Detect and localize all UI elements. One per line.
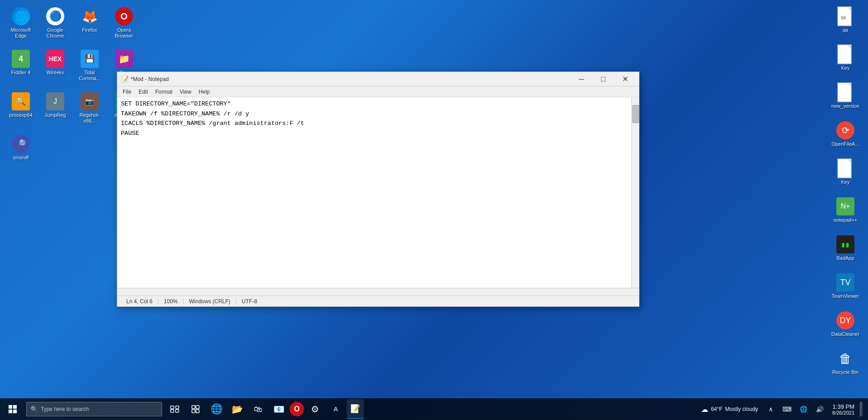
svg-rect-10 [13, 405, 17, 409]
notepad-statusbar: Ln 4, Col 6 100% Windows (CRLF) UTF-8 [117, 296, 639, 306]
taskbar-language[interactable]: A [326, 399, 346, 419]
menu-view[interactable]: View [176, 88, 195, 96]
desktop-icon-fiddler[interactable]: 4 Fiddler 4 [5, 47, 37, 88]
svg-rect-14 [176, 406, 179, 409]
taskbar-store[interactable]: 🛍 [248, 399, 268, 419]
status-position: Ln 4, Col 6 [121, 298, 158, 305]
code-line-1: SET DIRECTORY_NAME="DIRECTORY" [121, 99, 635, 109]
notepad-app-icon: 📝 [121, 76, 128, 83]
start-button[interactable] [2, 398, 24, 420]
desktop-icon-procexp[interactable]: 🔍 procexp64 [5, 90, 37, 130]
taskbar-task-view[interactable] [165, 399, 185, 419]
svg-rect-7 [838, 159, 851, 178]
show-desktop-button[interactable] [860, 402, 863, 416]
desktop-icon-jumpreg[interactable]: J JumpReg [39, 90, 72, 130]
vertical-scrollbar[interactable] [631, 97, 639, 288]
desktop: 🌐 Microsoft Edge 🔵 Google Chrome 🦊 Firef… [0, 0, 868, 398]
svg-rect-19 [192, 410, 195, 413]
tray-volume[interactable]: 🔊 [812, 402, 827, 416]
taskbar-notepad[interactable]: 📝 [347, 399, 364, 419]
menu-edit[interactable]: Edit [135, 88, 152, 96]
svg-rect-18 [196, 406, 199, 409]
notepad-titlebar: 📝 *Mod - Notepad ─ □ ✕ [117, 72, 639, 86]
desktop-icon-firefox[interactable]: 🦊 Firefox [73, 5, 106, 45]
close-button[interactable]: ✕ [615, 72, 635, 86]
weather-condition: Mostly cloudy [725, 406, 758, 412]
code-line-2: TAKEOWN /f %DIRECTORY_NAME% /r /d y [121, 109, 635, 119]
weather-widget[interactable]: ☁ 64°F Mostly cloudy [697, 405, 762, 414]
taskbar-edge[interactable]: 🌐 [206, 399, 226, 419]
desktop-icon-smsniff[interactable]: 🔎 smsniff [5, 132, 37, 173]
svg-rect-16 [176, 410, 179, 412]
search-placeholder: Type here to search [41, 406, 89, 412]
notepad-title: *Mod - Notepad [131, 76, 571, 82]
desktop-icon-opera[interactable]: O Opera Browser [108, 5, 140, 45]
titlebar-buttons: ─ □ ✕ [571, 72, 635, 86]
menu-format[interactable]: Format [152, 88, 176, 96]
taskbar-icons: 🌐 📂 🛍 📧 O ⚙ A [165, 399, 346, 419]
notepad-text[interactable]: SET DIRECTORY_NAME="DIRECTORY" TAKEOWN /… [117, 97, 639, 288]
status-line-endings: Windows (CRLF) [184, 298, 236, 305]
desktop-icon-chrome[interactable]: 🔵 Google Chrome [39, 5, 72, 45]
status-encoding: UTF-8 [236, 298, 262, 305]
notepad-taskbar-icon: 📝 [350, 404, 360, 414]
desktop-icon-openfile[interactable]: ⟳ OpenFileA... [827, 119, 863, 155]
taskbar: 🔍 Type here to search 🌐 📂 🛍 📧 O ⚙ [0, 398, 868, 420]
svg-rect-17 [192, 406, 195, 409]
maximize-button[interactable]: □ [593, 72, 614, 86]
svg-rect-13 [171, 406, 174, 409]
taskbar-opera[interactable]: O [290, 402, 304, 416]
desktop-icon-winhex[interactable]: HEX WinHex [39, 47, 72, 88]
svg-rect-12 [13, 410, 17, 413]
taskbar-settings[interactable]: ⚙ [305, 399, 325, 419]
notepad-menubar: File Edit Format View Help [117, 86, 639, 97]
clock-time: 1:39 PM [833, 403, 854, 410]
tray-chevron[interactable]: ∧ [763, 402, 778, 416]
clock[interactable]: 1:39 PM 8/26/2021 [829, 403, 858, 415]
svg-rect-9 [9, 405, 12, 409]
search-icon: 🔍 [30, 406, 38, 413]
menu-file[interactable]: File [119, 88, 135, 96]
taskbar-file-explorer[interactable]: 📂 [227, 399, 247, 419]
svg-rect-3 [838, 45, 851, 64]
weather-icon: ☁ [701, 405, 708, 414]
notepad-window: 📝 *Mod - Notepad ─ □ ✕ File Edit Format … [117, 72, 639, 307]
search-bar[interactable]: 🔍 Type here to search [26, 402, 162, 416]
clock-date: 8/26/2021 [832, 410, 854, 415]
code-line-3: ICACLS %DIRECTORY_NAME% /grant administr… [121, 119, 635, 129]
minimize-button[interactable]: ─ [571, 72, 592, 86]
desktop-icon-key1[interactable]: Key [827, 43, 863, 79]
desktop-icon-datacleaner[interactable]: DY DataCleaner [827, 309, 863, 345]
desktop-icon-edge[interactable]: 🌐 Microsoft Edge [5, 5, 37, 45]
notepad-body: SET DIRECTORY_NAME="DIRECTORY" TAKEOWN /… [117, 97, 639, 288]
desktop-icons-right: qa qa Key new_version ⟳ OpenFileA... [827, 5, 863, 383]
horizontal-scrollbar[interactable] [117, 288, 639, 296]
code-line-4: PAUSE [121, 129, 635, 138]
tray-keyboard[interactable]: ⌨ [780, 402, 794, 416]
desktop-icon-badapp[interactable]: ▮▮ BadApp [827, 233, 863, 269]
taskbar-mail[interactable]: 📧 [269, 399, 289, 419]
desktop-icon-total-commander[interactable]: 💾 Total Comma... [73, 47, 106, 88]
desktop-icon-new-version[interactable]: new_version [827, 81, 863, 117]
desktop-icon-qa[interactable]: qa qa [827, 5, 863, 41]
desktop-icon-recycle-bin[interactable]: 🗑 Recycle Bin [827, 347, 863, 383]
desktop-icon-key2[interactable]: Key [827, 157, 863, 193]
svg-text:qa: qa [841, 15, 846, 20]
tray-network[interactable]: 🌐 [796, 402, 811, 416]
svg-rect-11 [9, 410, 12, 413]
desktop-icon-teamviewer[interactable]: TV TeamViewer [827, 271, 863, 307]
system-tray: ☁ 64°F Mostly cloudy ∧ ⌨ 🌐 🔊 1:39 PM 8/2… [694, 402, 866, 416]
scrollbar-thumb[interactable] [632, 105, 639, 123]
desktop-icon-notepadpp[interactable]: N+ notepad++ [827, 195, 863, 231]
status-zoom: 100% [158, 298, 184, 305]
svg-rect-15 [171, 410, 174, 412]
desktop-icon-regshot[interactable]: 📷 Regshot-x86... [73, 90, 106, 130]
taskbar-widgets[interactable] [186, 399, 205, 419]
svg-rect-20 [196, 410, 199, 413]
svg-rect-5 [838, 83, 851, 102]
menu-help[interactable]: Help [195, 88, 214, 96]
weather-temp: 64°F [711, 406, 722, 412]
